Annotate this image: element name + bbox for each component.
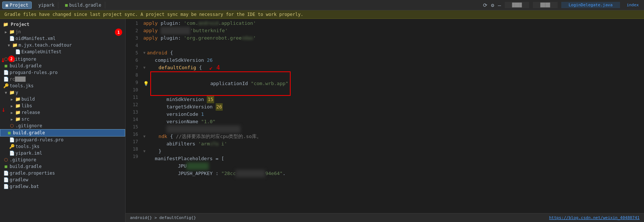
label-gradlew-bat: gradlew.bat [10,184,39,189]
file-icon-tools1: 🔑 [3,83,9,88]
label-libs: libs [21,103,32,108]
sidebar[interactable]: 📁 Project 1 ▶ 📁 jn 📄 oidManifest.xml ▼ 📁… [0,19,126,222]
yipark-tab[interactable]: yipark [35,2,58,9]
tree-file-gradle-props[interactable]: 📄 gradle.properties [0,170,125,176]
code-line-16: ▼ } [143,148,641,155]
code-line-14: ▼ ndk { //选择要添加的对应cpu类型的.so库。 [143,133,641,140]
label-tools1: tools.jks [10,83,34,88]
build-gradle-label: build.gradle [69,3,101,8]
application-id-box: applicationId "com.wrb.app" [150,71,291,96]
minimize-icon[interactable]: — [498,2,501,8]
label-y: y [16,90,18,95]
arrow-roadtour: ▼ [6,43,12,47]
file-icon-rc: 📄 [3,77,9,82]
code-line-3: apply plugin: 'org.greenrobot.greendao' [143,34,641,42]
arrow-src: ▶ [9,117,15,121]
sidebar-title: Project [11,22,30,27]
blurred-tab3: LoginDelegate.java [561,2,620,8]
code-line-10: targetSdkVersion 26 [143,103,641,111]
tree-file-rc[interactable]: 📄 rc████ [0,76,125,83]
gradle-tab-icon: ■ [65,3,68,8]
fold-5[interactable]: ▼ [143,49,145,57]
label-jn: jn [16,29,21,34]
settings-icon[interactable]: ⚙ [491,2,494,8]
tree-folder-release[interactable]: ▶ 📁 release [0,109,125,116]
tree-folder-libs[interactable]: ▶ 📁 libs [0,102,125,109]
tree-folder-y[interactable]: ▼ 📁 y [0,89,125,96]
arrow-down-release: ↓ [1,105,6,113]
yipark-label: yipark [38,3,54,8]
build-gradle-tab[interactable]: ■ build.gradle [61,2,105,9]
gradle-icon-1: ■ [3,63,9,68]
tree-file-gitignore1[interactable]: ⬡ .gitignore [0,56,125,63]
code-line-6: compileSdkVersion 26 [143,57,641,64]
tree-folder-roadtour[interactable]: ▼ 📁 m.jyx.teach.roadtour [0,42,125,48]
git-icon-3: ⬡ [3,157,9,162]
arrow-y: ▼ [3,91,9,95]
code-line-9: minSdkVersion 15 [143,96,641,103]
tree-file-manifest[interactable]: 📄 oidManifest.xml [0,35,125,42]
tree-file-gradlew-bat[interactable]: 📄 gradlew.bat [0,183,125,190]
code-lines: apply plugin: 'com.android.application' … [140,19,644,213]
folder-icon-jn: 📁 [9,29,15,34]
tree-file-gitignore3[interactable]: ⬡ .gitignore [0,157,125,163]
tree-file-build1[interactable]: ■ build.gradle [0,63,125,69]
code-line-5: ▼ android { [143,49,641,57]
tree-file-proguard1[interactable]: 📄 proguard-rules.pro [0,69,125,76]
tree-folder-src[interactable]: ▶ 📁 src [0,116,125,122]
label-example: ExampleUnitTest [21,49,61,54]
code-line-19: JPUSH_APPKEY : "28cc 94e64". [143,170,641,177]
file-icon-gradlew: 📄 [3,177,9,182]
code-line-4 [143,42,641,49]
code-editor[interactable]: 12345 678910 1112131415 16171819 apply p… [126,19,644,222]
tree-file-gradlew[interactable]: 📄 gradlew [0,176,125,183]
label-gradlew: gradlew [10,177,28,182]
fold-7[interactable]: ▼ [143,64,145,71]
label-build1: build.gradle [10,63,42,68]
label-src: src [21,117,30,122]
arrow-libs: ▶ [9,104,15,108]
fold-14[interactable]: ▼ [143,133,145,140]
blurred-tab1: ████ [505,2,530,8]
tree-file-proguard2[interactable]: 📄 proguard-rules.pro [0,137,125,143]
csdn-link[interactable]: https://blog.csdn.net/weixin_40480741 [549,215,640,220]
label-proguard1: proguard-rules.pro [10,70,58,75]
tree-file-gitignore2[interactable]: ⬡ .gitignore [0,122,125,129]
label-yipark-iml: yipark.iml [16,151,42,156]
arrow-down-2: ↓ [1,55,5,64]
gradle-icon-selected: ■ [6,130,12,135]
code-content: 12345 678910 1112131415 16171819 apply p… [126,19,644,213]
tree-file-tools2[interactable]: 🔑 tools.jks [0,143,125,150]
notification-text: Gradle files have changed since last pro… [4,12,303,17]
annotation-1: 1 [115,28,122,36]
git-icon-2: ⬡ [9,123,15,128]
file-icon-example: 📄 [15,49,21,54]
label-build-folder: build [21,97,35,102]
main-content: 📁 Project 1 ▶ 📁 jn 📄 oidManifest.xml ▼ 📁… [0,19,644,222]
label-gitignore3: .gitignore [10,157,36,162]
tree-file-tools1[interactable]: 🔑 tools.jks [0,83,125,89]
folder-icon-libs: 📁 [15,103,21,108]
tree-file-yipark-iml[interactable]: 📄 yipark.iml [0,150,125,157]
code-line-18: JPU [143,162,641,170]
gradle-icon-2: ■ [3,164,9,169]
tree-folder-build[interactable]: ▶ 📁 build [0,96,125,102]
tree-file-build2[interactable]: ■ build.gradle [0,163,125,170]
tree-file-exampleunit[interactable]: 📄 ExampleUnitTest [0,48,125,55]
fold-16[interactable]: ▼ [143,148,145,155]
breadcrumb: android{} > defaultConfig{} [130,215,196,220]
sidebar-header: 📁 Project [0,20,125,28]
index-tab: index [624,2,642,8]
toolbar-icons: ⟳ ⚙ — ████ ████ LoginDelegate.java index [483,2,642,8]
top-bar: ▣ Project yipark ■ build.gradle ⟳ ⚙ — ██… [0,0,644,10]
annotation-4-arrow: ↙ 4 [209,64,220,71]
file-icon-tools2: 🔑 [9,144,15,149]
label-gradle-props: gradle.properties [10,171,55,176]
tree-file-build-gradle-selected[interactable]: ■ build.gradle [0,129,125,137]
project-tab[interactable]: ▣ Project [2,1,32,9]
label-roadtour: m.jyx.teach.roadtour [18,43,72,48]
folder-icon-release: 📁 [15,110,21,115]
sync-icon[interactable]: ⟳ [483,2,487,8]
folder-icon-src: 📁 [15,117,21,122]
tree-folder-jn[interactable]: ▶ 📁 jn [0,28,125,35]
